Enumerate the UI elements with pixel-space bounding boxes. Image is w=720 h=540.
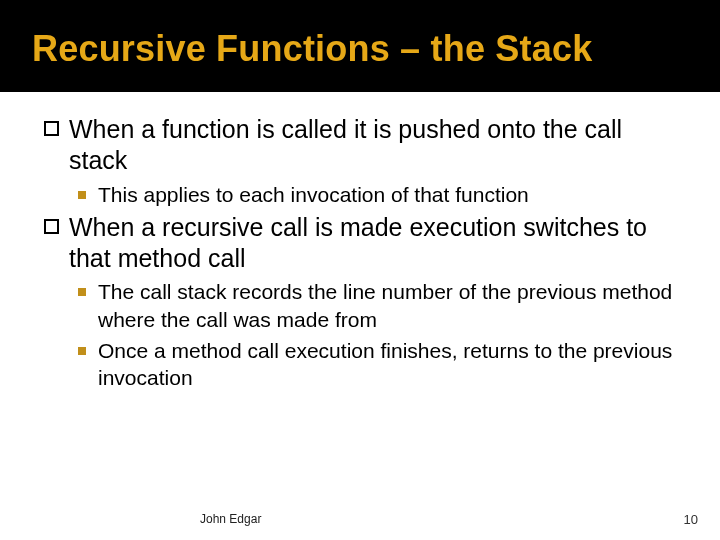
sub-bullet-icon: [78, 191, 86, 199]
bullet-text: When a function is called it is pushed o…: [69, 114, 676, 177]
bullet-text: When a recursive call is made execution …: [69, 212, 676, 275]
bullet-level2: This applies to each invocation of that …: [78, 181, 676, 208]
footer: John Edgar 10: [0, 512, 720, 526]
bullet-level2: Once a method call execution finishes, r…: [78, 337, 676, 392]
bullet-level1: When a recursive call is made execution …: [44, 212, 676, 275]
square-bullet-icon: [44, 219, 59, 234]
bullet-level1: When a function is called it is pushed o…: [44, 114, 676, 177]
square-bullet-icon: [44, 121, 59, 136]
footer-author: John Edgar: [200, 512, 261, 526]
sub-bullet-icon: [78, 288, 86, 296]
footer-page-number: 10: [684, 512, 698, 527]
title-band: Recursive Functions – the Stack: [0, 0, 720, 92]
bullet-text: This applies to each invocation of that …: [98, 181, 529, 208]
bullet-text: The call stack records the line number o…: [98, 278, 676, 333]
sub-bullet-icon: [78, 347, 86, 355]
bullet-text: Once a method call execution finishes, r…: [98, 337, 676, 392]
content-area: When a function is called it is pushed o…: [0, 92, 720, 391]
slide-title: Recursive Functions – the Stack: [32, 28, 720, 70]
bullet-level2: The call stack records the line number o…: [78, 278, 676, 333]
